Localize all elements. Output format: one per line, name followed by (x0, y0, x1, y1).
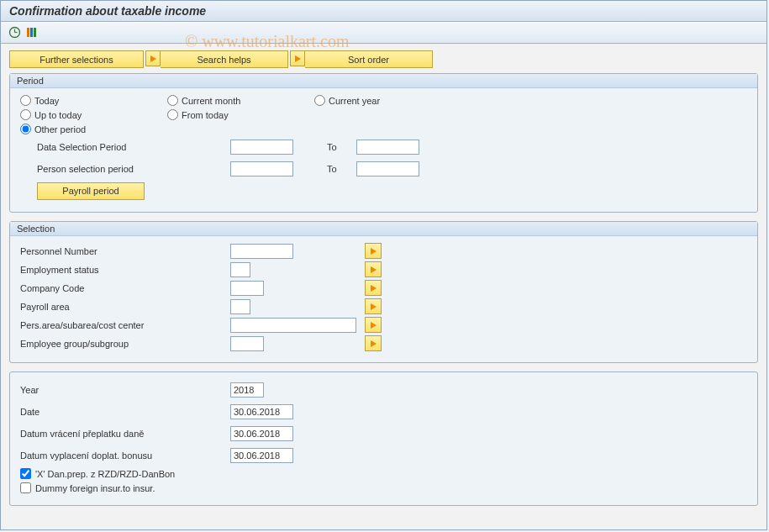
selection-row: Pers.area/subarea/cost center (20, 317, 747, 333)
selection-legend: Selection (10, 222, 757, 236)
multiple-selection-button[interactable] (365, 261, 382, 277)
execute-icon[interactable] (8, 26, 21, 40)
person-selection-from-input[interactable] (230, 161, 293, 176)
person-selection-period-label: Person selection period (20, 164, 230, 174)
svg-rect-4 (30, 28, 33, 37)
selection-row: Employee group/subgroup (20, 335, 747, 351)
sort-order-arrow-icon[interactable] (290, 50, 305, 66)
selection-label: Employee group/subgroup (20, 339, 230, 349)
multiple-selection-button[interactable] (365, 298, 382, 314)
person-selection-to-label: To (327, 164, 356, 174)
radio-other-period[interactable]: Other period (20, 124, 167, 134)
search-helps-button[interactable]: Search helps (161, 50, 288, 68)
sort-order-button[interactable]: Sort order (305, 50, 433, 68)
multiple-selection-button[interactable] (365, 243, 382, 259)
selection-input[interactable] (230, 281, 264, 296)
radio-today-label: Today (34, 96, 59, 106)
further-selections-label: Further selections (40, 55, 113, 65)
dan-prep-label: 'X' Dan.prep. z RZD/RZD-DanBon (35, 469, 175, 479)
dummy-foreign-label: Dummy foreign insur.to insur. (35, 483, 155, 493)
top-button-row: Further selections Search helps Sort ord… (9, 50, 758, 68)
datum-vyplaceni-input[interactable] (230, 448, 293, 463)
radio-from-today[interactable]: From today (167, 109, 314, 120)
radio-up-to-today-label: Up to today (34, 110, 82, 120)
multiple-selection-button[interactable] (365, 280, 382, 296)
svg-rect-3 (27, 28, 29, 37)
payroll-period-button[interactable]: Payroll period (37, 182, 145, 200)
radio-from-today-label: From today (182, 110, 229, 120)
date-label: Date (20, 407, 230, 417)
datum-vraceni-label: Datum vrácení přeplatku daně (20, 429, 230, 439)
selection-input[interactable] (230, 262, 250, 277)
period-group: Period Today Current month Current year … (9, 73, 758, 213)
selection-label: Pers.area/subarea/cost center (20, 320, 230, 330)
svg-rect-5 (34, 28, 36, 37)
selection-label: Company Code (20, 283, 230, 293)
selection-row: Company Code (20, 280, 747, 296)
data-selection-from-input[interactable] (230, 140, 293, 155)
sort-order-label: Sort order (348, 55, 389, 65)
params-group: Year Date Datum vrácení přeplatku daně D… (9, 371, 758, 506)
page-title: Confirmation about taxable income (9, 4, 206, 18)
selection-input[interactable] (230, 318, 356, 333)
date-input[interactable] (230, 404, 293, 419)
selection-label: Personnel Number (20, 246, 230, 256)
radio-current-year[interactable]: Current year (314, 95, 461, 106)
data-selection-to-label: To (327, 142, 356, 152)
data-selection-period-label: Data Selection Period (20, 142, 230, 152)
selection-input[interactable] (230, 244, 293, 259)
selection-row: Employment status (20, 261, 747, 277)
person-selection-to-input[interactable] (356, 161, 419, 176)
radio-current-month-label: Current month (182, 96, 240, 106)
radio-up-to-today[interactable]: Up to today (20, 109, 167, 120)
search-helps-label: Search helps (197, 55, 250, 65)
toolbar (1, 22, 766, 44)
selection-input[interactable] (230, 299, 250, 314)
payroll-period-label: Payroll period (62, 186, 119, 196)
selection-row: Payroll area (20, 298, 747, 314)
radio-current-month[interactable]: Current month (167, 95, 314, 106)
multiple-selection-button[interactable] (365, 335, 382, 351)
datum-vraceni-input[interactable] (230, 426, 293, 441)
variant-icon[interactable] (24, 26, 38, 40)
multiple-selection-button[interactable] (365, 317, 382, 333)
radio-other-period-label: Other period (34, 124, 86, 134)
selection-label: Payroll area (20, 302, 230, 312)
further-selections-button[interactable]: Further selections (9, 50, 144, 68)
title-bar: Confirmation about taxable income (1, 1, 766, 22)
period-legend: Period (10, 74, 757, 88)
radio-today[interactable]: Today (20, 95, 167, 106)
radio-current-year-label: Current year (329, 96, 380, 106)
dan-prep-checkbox[interactable] (20, 468, 31, 479)
dummy-foreign-checkbox[interactable] (20, 482, 31, 493)
datum-vyplaceni-label: Datum vyplacení doplat. bonusu (20, 450, 230, 461)
selection-group: Selection Personnel NumberEmployment sta… (9, 221, 758, 363)
selection-label: Employment status (20, 265, 230, 275)
data-selection-to-input[interactable] (356, 140, 419, 155)
year-input[interactable] (230, 382, 264, 398)
selection-row: Personnel Number (20, 243, 747, 259)
year-label: Year (20, 385, 230, 395)
selection-input[interactable] (230, 336, 264, 351)
search-helps-arrow-icon[interactable] (145, 50, 161, 66)
